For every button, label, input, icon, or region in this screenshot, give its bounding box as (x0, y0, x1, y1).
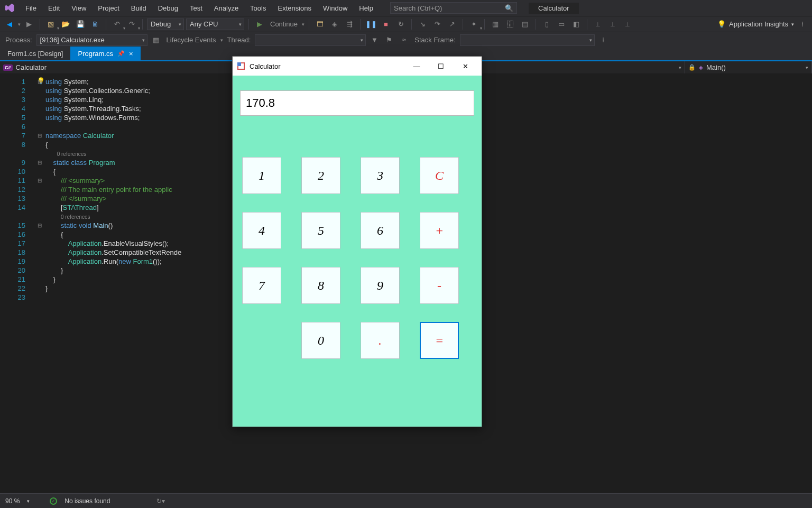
menu-analyze[interactable]: Analyze (209, 2, 244, 14)
redo-icon[interactable]: ↷ (125, 18, 138, 31)
calc-key-9[interactable]: 9 (361, 267, 400, 304)
line-number-gutter: 1234567891011121314151617181920212223 (0, 77, 36, 302)
thread-dropdown[interactable] (255, 34, 366, 46)
zoom-level[interactable]: 90 % (5, 497, 20, 505)
minimize-button[interactable]: — (404, 57, 429, 76)
windows-icon-1[interactable]: ▦ (489, 18, 502, 31)
misc-icon-1[interactable]: ⟂ (592, 18, 604, 31)
calc-key-+[interactable]: + (420, 212, 459, 249)
menu-window[interactable]: Window (318, 2, 353, 14)
calc-key--[interactable]: - (420, 267, 459, 304)
browser-icon[interactable]: 🗔 (313, 18, 326, 31)
menu-debug[interactable]: Debug (153, 2, 183, 14)
calc-key-.[interactable]: . (361, 322, 400, 359)
continue-label[interactable]: Continue (268, 20, 300, 28)
menu-bar: FileEditViewProjectBuildDebugTestAnalyze… (0, 0, 812, 16)
close-icon[interactable]: × (129, 50, 133, 58)
code-content[interactable]: using System;using System.Collections.Ge… (45, 77, 181, 302)
calc-key-1[interactable]: 1 (242, 157, 281, 194)
menu-edit[interactable]: Edit (43, 2, 65, 14)
process-dropdown[interactable]: [9136] Calculator.exe (36, 34, 147, 46)
tab-program-cs[interactable]: Program.cs 📌 × (70, 47, 140, 60)
pin-icon[interactable]: 📌 (117, 50, 125, 57)
save-all-icon[interactable]: 🗎 (89, 18, 102, 31)
csharp-icon: C# (3, 64, 13, 71)
menu-tools[interactable]: Tools (245, 2, 271, 14)
menu-project[interactable]: Project (93, 2, 124, 14)
new-project-icon[interactable]: ▧ (44, 18, 57, 31)
continue-icon[interactable]: ▶ (253, 18, 266, 31)
windows-icon-2[interactable]: ⿲ (504, 18, 516, 31)
flag-icon[interactable]: ⚑ (383, 34, 395, 47)
menu-file[interactable]: File (20, 2, 42, 14)
nav-member-dropdown[interactable]: 🔒 ◈ Main() (685, 61, 812, 73)
layout-icon-1[interactable]: ▯ (540, 18, 553, 31)
menu-view[interactable]: View (66, 2, 91, 14)
stackframe-label: Stack Frame: (412, 36, 457, 44)
stackframe-dropdown[interactable] (460, 34, 595, 46)
save-icon[interactable]: 💾 (74, 18, 87, 31)
screenshot-icon[interactable]: ◈ (328, 18, 341, 31)
calc-key-=[interactable]: = (420, 322, 459, 359)
lifecycle-icon[interactable]: ▦ (150, 34, 162, 47)
maximize-button[interactable]: ☐ (429, 57, 453, 76)
config-dropdown[interactable]: Debug (147, 19, 184, 30)
pause-icon[interactable]: ❚❚ (365, 18, 377, 31)
menu-extensions[interactable]: Extensions (272, 2, 317, 14)
step-icon[interactable]: ⇶ (343, 18, 356, 31)
misc-icon-2[interactable]: ⟂ (606, 18, 619, 31)
calc-key-6[interactable]: 6 (361, 212, 400, 249)
calculator-titlebar[interactable]: Calculator — ☐ ✕ (233, 57, 482, 76)
lock-icon: 🔒 (688, 64, 696, 71)
bookmark-icon[interactable]: ◧ (570, 18, 583, 31)
calc-key-7[interactable]: 7 (242, 267, 281, 304)
filter-icon[interactable]: ▼ (368, 34, 381, 47)
step-over-icon[interactable]: ↷ (431, 18, 444, 31)
quick-launch-search[interactable]: Search (Ctrl+Q) 🔍 (390, 2, 517, 14)
menu-build[interactable]: Build (126, 2, 152, 14)
method-icon: ◈ (699, 64, 703, 70)
overflow-icon-2[interactable]: ⁞ (597, 34, 610, 47)
calc-key-8[interactable]: 8 (301, 267, 340, 304)
calculator-title: Calculator (250, 62, 281, 70)
main-toolbar: ◀ ▾ ▶ ▧ 📂 💾 🗎 ↶ ↷ Debug Any CPU ▶ Contin… (0, 16, 812, 32)
search-placeholder: Search (Ctrl+Q) (394, 4, 442, 12)
issues-text: No issues found (64, 497, 110, 505)
step-into-icon[interactable]: ↘ (416, 18, 429, 31)
app-icon (237, 62, 245, 70)
intellitrace-icon[interactable]: ✦ (467, 18, 480, 31)
status-bar: 90 % ▾ ✓ No issues found ↻▾ (0, 493, 812, 508)
solution-name: Calculator (529, 3, 579, 14)
windows-icon-3[interactable]: ▤ (519, 18, 531, 31)
calc-key-3[interactable]: 3 (361, 157, 400, 194)
calculator-display[interactable]: 170.8 (240, 90, 474, 116)
replay-icon[interactable]: ↻▾ (156, 497, 165, 505)
undo-icon[interactable]: ↶ (110, 18, 123, 31)
application-insights[interactable]: 💡 Application Insights ▾ (717, 20, 794, 28)
calc-key-C[interactable]: C (420, 157, 459, 194)
lifecycle-label[interactable]: Lifecycle Events (164, 36, 218, 44)
calc-key-0[interactable]: 0 (301, 322, 340, 359)
layout-icon-2[interactable]: ▭ (555, 18, 568, 31)
calculator-window: Calculator — ☐ ✕ 170.8 123C456+789-0.= (232, 56, 482, 427)
threads-icon[interactable]: ≈ (398, 34, 410, 47)
menu-test[interactable]: Test (184, 2, 208, 14)
nav-back-icon[interactable]: ◀ (3, 18, 16, 31)
open-file-icon[interactable]: 📂 (59, 18, 72, 31)
close-button[interactable]: ✕ (453, 57, 477, 76)
restart-icon[interactable]: ↻ (394, 18, 407, 31)
vs-logo-icon (3, 2, 16, 14)
calc-key-5[interactable]: 5 (301, 212, 340, 249)
fold-gutter[interactable]: ⊟⊟⊟⊟⊟ (36, 77, 43, 302)
check-icon: ✓ (50, 497, 57, 505)
nav-forward-icon[interactable]: ▶ (23, 18, 35, 31)
stop-icon[interactable]: ■ (380, 18, 392, 31)
step-out-icon[interactable]: ↗ (446, 18, 458, 31)
menu-help[interactable]: Help (354, 2, 379, 14)
tab-form-designer[interactable]: Form1.cs [Design] (0, 47, 70, 60)
overflow-icon[interactable]: ⁞ (796, 18, 809, 31)
calc-key-2[interactable]: 2 (301, 157, 340, 194)
platform-dropdown[interactable]: Any CPU (186, 19, 244, 30)
calc-key-4[interactable]: 4 (242, 212, 281, 249)
misc-icon-3[interactable]: ⟂ (621, 18, 634, 31)
